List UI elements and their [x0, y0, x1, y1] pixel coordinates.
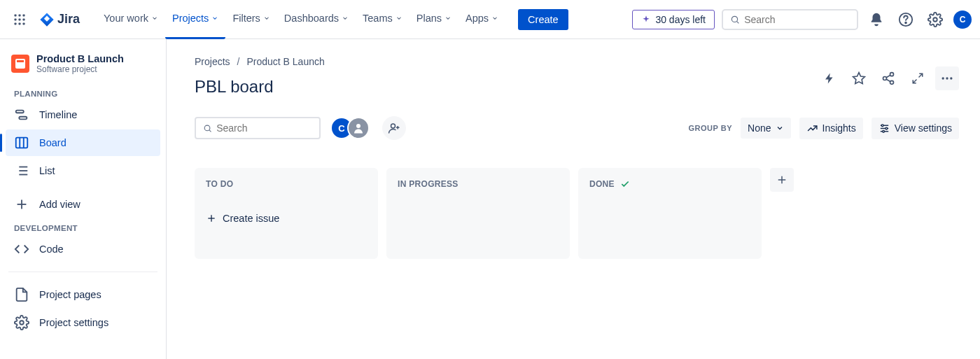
chevron-down-icon — [444, 15, 451, 22]
sidebar-add-view[interactable]: Add view — [6, 191, 160, 218]
plus-icon — [776, 174, 788, 186]
help-icon[interactable] — [895, 8, 917, 31]
nav-projects[interactable]: Projects — [165, 0, 225, 39]
svg-rect-0 — [15, 14, 17, 16]
nav-your-work[interactable]: Your work — [97, 0, 165, 39]
svg-point-39 — [204, 125, 210, 131]
plus-icon — [206, 213, 217, 224]
svg-point-12 — [905, 22, 906, 23]
chevron-down-icon — [151, 15, 158, 22]
svg-line-40 — [209, 129, 211, 132]
svg-point-27 — [20, 321, 24, 325]
star-icon[interactable] — [847, 66, 871, 90]
column-done[interactable]: DONE — [578, 168, 762, 259]
search-icon — [203, 123, 212, 134]
chevron-down-icon — [396, 15, 402, 22]
column-todo[interactable]: TO DO Create issue — [195, 168, 378, 259]
global-search[interactable] — [722, 9, 858, 30]
nav-teams[interactable]: Teams — [356, 0, 410, 39]
chevron-down-icon — [342, 15, 349, 22]
top-nav: Jira Your work Projects Filters Dashboar… — [0, 0, 980, 39]
global-search-input[interactable] — [744, 14, 850, 25]
board-icon — [14, 135, 29, 150]
main-content: Projects / Product B Launch PBL board C — [167, 39, 980, 359]
nav-filters[interactable]: Filters — [225, 0, 276, 39]
plus-icon — [14, 197, 29, 212]
svg-rect-6 — [15, 22, 17, 24]
nav-items: Your work Projects Filters Dashboards Te… — [97, 0, 505, 39]
app-switcher-icon[interactable] — [8, 8, 31, 31]
svg-rect-3 — [15, 18, 17, 20]
svg-point-36 — [942, 77, 944, 79]
view-settings-button[interactable]: View settings — [872, 118, 959, 139]
column-header: TO DO — [202, 178, 371, 190]
check-icon — [620, 179, 630, 189]
chart-icon — [806, 122, 818, 134]
svg-line-35 — [913, 80, 916, 83]
header-actions — [818, 66, 959, 90]
breadcrumb-project[interactable]: Product B Launch — [246, 56, 324, 67]
section-development: DEVELOPMENT — [6, 218, 160, 235]
search-icon — [730, 14, 740, 25]
svg-point-29 — [890, 73, 894, 76]
sidebar-item-timeline[interactable]: Timeline — [6, 101, 160, 128]
more-icon[interactable] — [935, 66, 959, 90]
svg-rect-16 — [16, 138, 28, 148]
board-search-input[interactable] — [216, 122, 312, 134]
sidebar-item-board[interactable]: Board — [6, 129, 160, 156]
svg-point-13 — [933, 17, 937, 22]
filter-row: C GROUP BY None Insights — [195, 116, 959, 140]
share-icon[interactable] — [876, 66, 900, 90]
chevron-down-icon — [776, 124, 784, 132]
person-icon — [352, 122, 365, 134]
nav-plans[interactable]: Plans — [410, 0, 458, 39]
add-people-button[interactable] — [382, 116, 406, 140]
add-column-button[interactable] — [770, 168, 794, 192]
groupby-dropdown[interactable]: None — [741, 118, 790, 139]
filter-right: GROUP BY None Insights View settings — [689, 118, 959, 139]
automation-icon[interactable] — [818, 66, 841, 90]
sparkle-icon — [641, 15, 651, 24]
header-row: PBL board — [195, 77, 959, 97]
column-in-progress[interactable]: IN PROGRESS — [386, 168, 570, 259]
page-title: PBL board — [195, 77, 274, 97]
board-search[interactable] — [195, 117, 321, 139]
code-icon — [14, 241, 29, 257]
page-icon — [14, 287, 29, 302]
add-person-icon — [388, 122, 400, 134]
project-type: Software project — [36, 64, 124, 74]
svg-point-48 — [881, 124, 883, 126]
project-header[interactable]: Product B Launch Software project — [6, 53, 160, 84]
user-avatar[interactable]: C — [953, 10, 972, 29]
sidebar: Product B Launch Software project PLANNI… — [0, 39, 167, 359]
insights-button[interactable]: Insights — [799, 118, 863, 139]
settings-icon[interactable] — [924, 8, 946, 31]
board-columns: TO DO Create issue IN PROGRESS DONE — [195, 168, 959, 259]
breadcrumb-projects[interactable]: Projects — [195, 56, 230, 67]
jira-logo[interactable]: Jira — [34, 12, 85, 27]
sidebar-item-code[interactable]: Code — [6, 236, 160, 262]
nav-right: 30 days left C — [632, 8, 972, 31]
svg-rect-14 — [16, 111, 24, 113]
notifications-icon[interactable] — [865, 8, 888, 31]
assignee-avatars: C — [330, 117, 370, 139]
fullscreen-icon[interactable] — [906, 66, 930, 90]
nav-apps[interactable]: Apps — [458, 0, 505, 39]
create-button[interactable]: Create — [518, 9, 568, 30]
svg-point-50 — [882, 130, 884, 132]
svg-line-32 — [886, 79, 890, 81]
sidebar-project-settings[interactable]: Project settings — [6, 309, 160, 336]
nav-left: Jira Your work Projects Filters Dashboar… — [8, 0, 568, 39]
svg-point-42 — [391, 124, 396, 128]
sidebar-project-pages[interactable]: Project pages — [6, 281, 160, 308]
chevron-down-icon — [263, 15, 270, 22]
svg-point-31 — [890, 80, 894, 84]
trial-days-left[interactable]: 30 days left — [632, 10, 715, 29]
svg-line-33 — [886, 75, 890, 77]
project-icon — [11, 55, 29, 73]
sidebar-item-list[interactable]: List — [6, 157, 160, 184]
svg-rect-15 — [19, 117, 27, 120]
create-issue-button[interactable]: Create issue — [202, 210, 371, 227]
nav-dashboards[interactable]: Dashboards — [277, 0, 356, 39]
avatar-unassigned[interactable] — [347, 117, 370, 139]
